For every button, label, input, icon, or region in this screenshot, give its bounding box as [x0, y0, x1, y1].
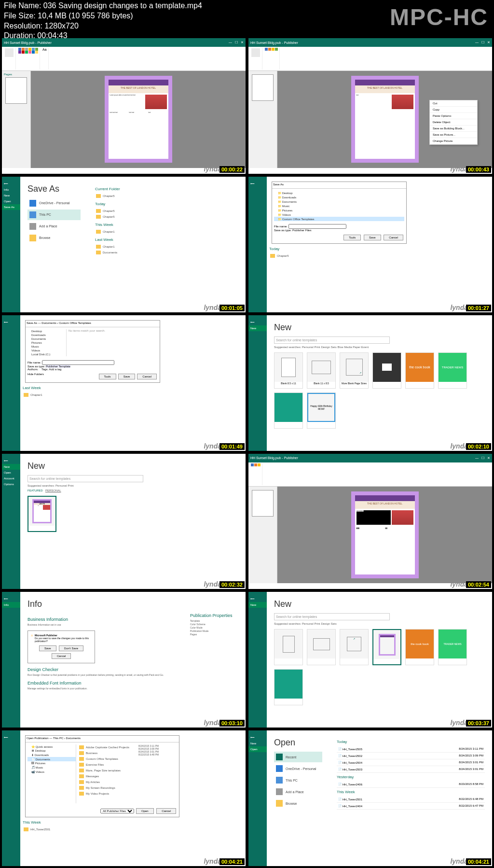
ribbon[interactable]: Aa	[2, 47, 246, 71]
thumb-1: HH Sunset Bldg.pub - Publisher—☐✕ Aa Pag…	[2, 38, 246, 174]
thumb-2: HH Sunset Bldg.pub - Publisher—☐✕ THE BE…	[248, 38, 492, 174]
menu-delete[interactable]: Delete Object	[430, 119, 477, 126]
context-menu[interactable]: Cut Copy Paste Options: Delete Object Sa…	[429, 100, 478, 145]
location-thispc[interactable]: This PC	[27, 210, 81, 220]
save-dialog-2[interactable]: Save As — Documents › Custom Office Temp…	[25, 320, 160, 383]
msgbox-dontsave[interactable]: Don't Save	[59, 645, 83, 651]
location-recent[interactable]: Recent	[274, 752, 322, 762]
msgbox-cancel[interactable]: Cancel	[52, 653, 71, 659]
msgbox-save[interactable]: Save	[39, 645, 56, 651]
thumbnail-grid: HH Sunset Bldg.pub - Publisher—☐✕ Aa Pag…	[0, 36, 494, 868]
location-addplace[interactable]: Add a Place	[27, 221, 81, 232]
menu-paste[interactable]: Paste Options:	[430, 113, 477, 119]
filename-input[interactable]	[288, 224, 346, 229]
menu-copy[interactable]: Copy	[430, 107, 477, 113]
thumb-11: ⟵ Open Publication — This PC › Documents…	[2, 730, 246, 866]
info-heading: Info	[27, 599, 238, 609]
template-grid: Blank 8.5 x 11 Blank 11 x 8.5 ↗More Blan…	[274, 352, 485, 429]
menu-save-block[interactable]: Save as Building Block...	[430, 126, 477, 132]
hide-folders[interactable]: Hide Folders	[27, 373, 44, 380]
back-arrow-icon[interactable]: ⟵	[2, 181, 20, 187]
thumb-6: ⟵New New Search for online templates Sug…	[248, 315, 492, 451]
template-search[interactable]: Search for online templates	[274, 336, 390, 344]
thumb-3: ⟵ Info New Open Save As Save As OneDrive…	[2, 177, 246, 312]
template-more-sizes[interactable]: ↗More Blank Page Sizes	[340, 352, 369, 389]
open-heading: Open	[274, 738, 322, 748]
timestamp: 00:00:22	[220, 166, 245, 173]
cancel-button[interactable]: Cancel	[384, 235, 403, 240]
menu-save-pic[interactable]: Save as Picture...	[430, 132, 477, 138]
open-dialog[interactable]: Open Publication — This PC › Documents ⭐…	[25, 735, 179, 817]
thumb-7: ⟵NewOpenAccountOptions New Search for on…	[2, 454, 246, 589]
save-as-heading: Save As	[27, 184, 81, 194]
backstage-sidebar[interactable]: ⟵ Info New Open Save As	[2, 177, 20, 312]
new-heading: New	[274, 322, 485, 333]
template-blank-portrait[interactable]: Blank 8.5 x 11	[274, 352, 303, 389]
menu-change-pic[interactable]: Change Picture	[430, 138, 477, 144]
location-browse[interactable]: Browse	[27, 233, 81, 243]
location-onedrive[interactable]: OneDrive - Personal	[27, 198, 81, 209]
thumb-10: ⟵New New Search for online templates Sug…	[248, 592, 492, 728]
player-watermark: MPC-HC	[390, 4, 488, 30]
thumb-12: ⟵NewOpen Open Recent OneDrive - Personal…	[248, 730, 492, 866]
save-dialog[interactable]: Save As 📁 Desktop 📁 Downloads 📁 Document…	[272, 182, 407, 244]
save-button[interactable]: Save	[364, 235, 381, 240]
template-personal-1[interactable]: LANDONtxt	[27, 496, 56, 532]
thumb-4: ⟵ Save As 📁 Desktop 📁 Downloads 📁 Docume…	[248, 177, 492, 312]
open-button[interactable]: Open	[136, 808, 154, 814]
recent-file[interactable]: 📄 HH_Tower25058/24/2015 3:11 PM	[337, 746, 485, 753]
save-prompt-dialog[interactable]: ⚠Microsoft PublisherDo you want to save …	[27, 630, 95, 663]
pages-panel[interactable]: Pages	[2, 71, 31, 168]
filetype-select[interactable]: All Publisher Files	[100, 809, 134, 813]
document-preview[interactable]: THE BEST OF LANDON HOTEL Lorem ipsum dol…	[105, 76, 172, 163]
tools-button[interactable]: Tools	[343, 235, 361, 240]
thumb-5: ⟵ Save As — Documents › Custom Office Te…	[2, 315, 246, 451]
thumb-8: HH Sunset Bldg.pub - Publisher—☐✕ THE BE…	[248, 454, 492, 589]
menu-cut[interactable]: Cut	[430, 100, 477, 107]
thumb-9: ⟵Info Info Business InformationBusiness …	[2, 592, 246, 728]
template-blank-landscape[interactable]: Blank 11 x 8.5	[307, 352, 336, 389]
